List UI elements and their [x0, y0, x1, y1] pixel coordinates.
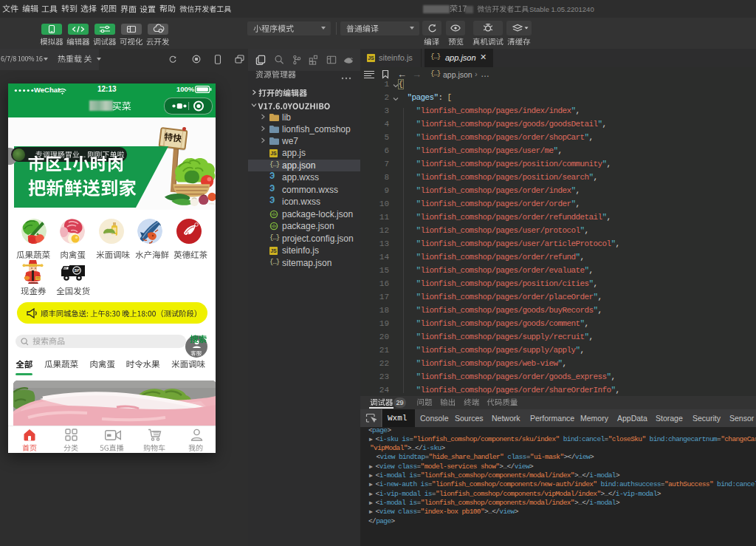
svg-text:SF: SF: [74, 268, 80, 273]
